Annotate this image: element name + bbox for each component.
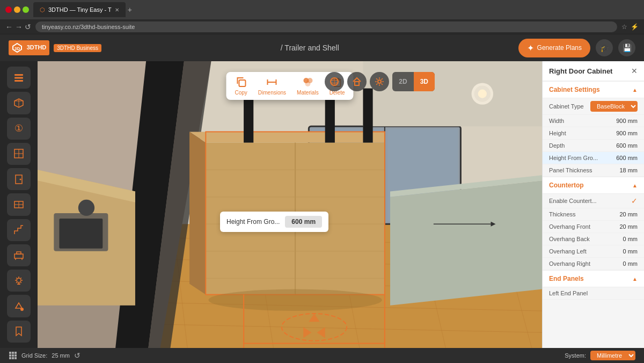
fill-icon xyxy=(13,301,24,311)
minimize-window-btn[interactable] xyxy=(14,6,20,13)
countertop-header[interactable]: Countertop ▲ xyxy=(543,177,644,194)
star-icon[interactable]: ☆ xyxy=(621,23,627,31)
footer-right: System: Millimetre xyxy=(565,351,635,360)
panel-thickness-value: 18 mm xyxy=(619,167,638,173)
enable-countertop-check[interactable]: ✓ xyxy=(631,197,638,205)
tool-furniture[interactable] xyxy=(7,244,31,266)
home-btn[interactable] xyxy=(347,72,367,91)
ct-thickness-label: Thickness xyxy=(549,211,576,217)
svg-rect-4 xyxy=(14,80,23,82)
enable-countertop-row: Enable Countert... ✓ xyxy=(543,194,644,208)
svg-rect-104 xyxy=(12,352,14,354)
svg-marker-77 xyxy=(390,180,542,305)
cabinet-settings-toggle[interactable]: ▲ xyxy=(632,87,638,93)
dim-label: Height From Gro... xyxy=(226,218,280,226)
svg-line-27 xyxy=(20,278,21,278)
learn-btn[interactable]: 🎓 xyxy=(596,39,613,56)
logo-3dthd: 3D 3DTHD xyxy=(9,40,49,55)
svg-point-79 xyxy=(208,289,382,311)
depth-label: Depth xyxy=(549,142,565,149)
svg-marker-47 xyxy=(38,61,173,224)
tool-windows[interactable] xyxy=(7,143,31,165)
overhang-front-row: Overhang Front 20 mm xyxy=(543,221,644,233)
width-value: 900 mm xyxy=(616,118,638,124)
svg-rect-29 xyxy=(17,284,20,285)
svg-marker-86 xyxy=(309,314,319,322)
height-row: Height 900 mm xyxy=(543,127,644,140)
svg-line-28 xyxy=(16,282,17,282)
tool-walls[interactable]: ① xyxy=(7,118,31,140)
svg-rect-52 xyxy=(387,129,458,221)
save-btn[interactable]: 💾 xyxy=(618,39,635,56)
svg-rect-90 xyxy=(239,80,245,86)
width-row: Width 900 mm xyxy=(543,115,644,127)
copy-tool-btn[interactable]: Copy xyxy=(235,76,247,96)
svg-point-12 xyxy=(20,178,21,180)
tool-layers[interactable] xyxy=(7,67,31,89)
reload-btn[interactable]: ↺ xyxy=(25,23,31,31)
view-3d-btn[interactable]: 3D xyxy=(414,72,435,91)
floppy-disk-icon: 💾 xyxy=(623,43,632,52)
overhang-left-value: 0 mm xyxy=(623,248,638,255)
overhang-left-label: Overhang Left xyxy=(549,248,587,255)
tool-view[interactable] xyxy=(7,92,31,114)
orbit-btn[interactable] xyxy=(325,72,344,91)
extension-icon[interactable]: ⚡ xyxy=(631,23,639,31)
svg-line-26 xyxy=(20,282,21,282)
light-icon xyxy=(13,275,24,286)
url-input[interactable] xyxy=(35,21,617,32)
tab-close-btn[interactable]: ✕ xyxy=(115,7,119,13)
svg-rect-103 xyxy=(9,352,11,354)
svg-marker-33 xyxy=(38,61,146,348)
tool-doors[interactable] xyxy=(7,168,31,190)
overhang-right-row: Overhang Right 0 mm xyxy=(543,258,644,270)
panel-header: Right Door Cabinet ✕ xyxy=(543,61,644,81)
grid-reset-btn[interactable]: ↺ xyxy=(74,351,80,360)
generate-plans-btn[interactable]: ✦ Generate Plans xyxy=(518,39,590,57)
overhang-right-value: 0 mm xyxy=(623,260,638,267)
panel-close-btn[interactable]: ✕ xyxy=(631,67,638,75)
svg-rect-62 xyxy=(59,219,103,249)
svg-rect-111 xyxy=(14,357,17,359)
unit-select[interactable]: Millimetre xyxy=(590,351,635,360)
svg-point-63 xyxy=(78,200,94,216)
browser-icons: ☆ ⚡ xyxy=(621,23,639,31)
svg-line-41 xyxy=(173,224,189,348)
left-end-panel-label: Left End Panel xyxy=(549,290,588,296)
svg-text:3D: 3D xyxy=(14,46,20,51)
svg-marker-65 xyxy=(189,132,385,142)
countertop-toggle[interactable]: ▲ xyxy=(632,183,638,188)
add-tab-btn[interactable]: + xyxy=(128,5,132,14)
back-btn[interactable]: ← xyxy=(5,23,13,31)
overhang-front-value: 20 mm xyxy=(619,223,638,230)
viewport[interactable]: Copy Dimensions Materi xyxy=(38,61,542,348)
active-tab[interactable]: ⬡ 3DTHD — Tiny Easy - T ✕ xyxy=(33,2,126,17)
dimensions-tool-btn[interactable]: Dimensions xyxy=(258,76,286,96)
svg-point-57 xyxy=(474,85,491,101)
svg-rect-110 xyxy=(12,357,14,359)
view-2d-btn[interactable]: 2D xyxy=(392,72,413,91)
cabinet-settings-header[interactable]: Cabinet Settings ▲ xyxy=(543,81,644,98)
tool-bookmark[interactable] xyxy=(7,321,31,343)
svg-marker-46 xyxy=(38,61,211,348)
forward-btn[interactable]: → xyxy=(15,23,23,31)
tool-lighting[interactable] xyxy=(7,270,31,292)
end-panels-header[interactable]: End Panels ▲ xyxy=(543,270,644,287)
svg-rect-108 xyxy=(14,354,17,357)
ct-thickness-row: Thickness 20 mm xyxy=(543,208,644,221)
svg-rect-109 xyxy=(9,357,11,359)
settings-btn[interactable] xyxy=(370,72,389,91)
maximize-window-btn[interactable] xyxy=(23,6,29,13)
svg-marker-48 xyxy=(114,61,184,348)
tool-fill[interactable] xyxy=(7,295,31,317)
dimensions-icon xyxy=(266,76,278,88)
cabinet-type-select[interactable]: BaseBlock xyxy=(590,101,638,112)
materials-icon xyxy=(302,76,313,88)
tool-stairs[interactable] xyxy=(7,219,31,241)
tool-cabinets[interactable] xyxy=(7,193,31,215)
svg-rect-51 xyxy=(311,129,382,221)
materials-tool-btn[interactable]: Materials xyxy=(297,76,319,96)
close-window-btn[interactable] xyxy=(5,6,12,13)
cabinet-icon xyxy=(13,199,24,210)
end-panels-toggle[interactable]: ▲ xyxy=(632,276,638,282)
